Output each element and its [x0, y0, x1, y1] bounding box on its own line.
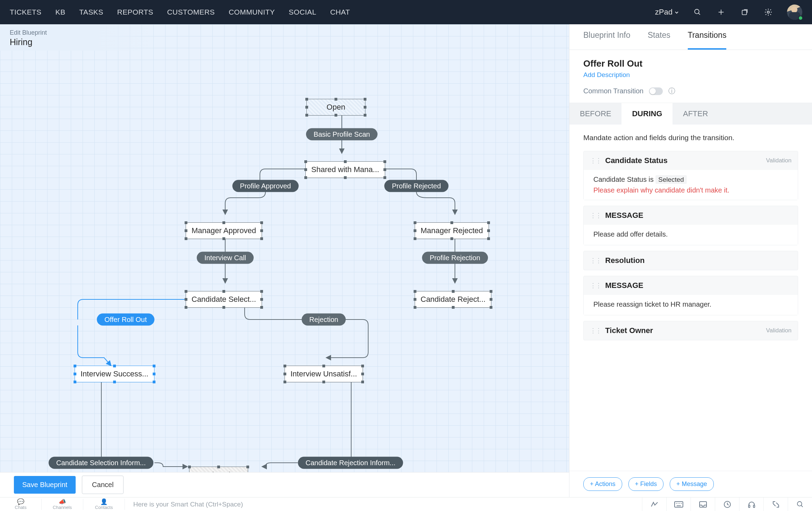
gear-icon[interactable] — [763, 7, 773, 17]
field-block[interactable]: ⋮⋮MESSAGEPlease reassign ticket to HR ma… — [583, 276, 798, 315]
phase-tab-during[interactable]: DURING — [621, 103, 673, 125]
field-title: MESSAGE — [605, 281, 792, 290]
smart-chat-input[interactable]: Here is your Smart Chat (Ctrl+Space) — [125, 501, 642, 508]
svg-point-0 — [695, 9, 699, 14]
drag-handle-icon[interactable]: ⋮⋮ — [590, 327, 601, 334]
common-transition-toggle[interactable] — [649, 87, 663, 95]
common-transition-label: Common Transition — [583, 87, 643, 95]
top-nav: TICKETSKBTASKSREPORTSCUSTOMERSCOMMUNITYS… — [0, 0, 812, 24]
footer--fieldsbutton[interactable]: + Fields — [628, 477, 664, 491]
expand-icon[interactable] — [763, 497, 788, 511]
state-node-int_unsat[interactable]: Interview Unsatisf... — [285, 366, 363, 382]
drag-handle-icon[interactable]: ⋮⋮ — [590, 157, 601, 164]
nav-item-community[interactable]: COMMUNITY — [229, 8, 275, 16]
bottom-tab-channels[interactable]: 📣Channels — [42, 499, 83, 510]
plus-icon[interactable] — [716, 7, 726, 17]
workspace-picker[interactable]: zPad — [655, 8, 679, 17]
canvas-action-bar: Save Blueprint Cancel — [0, 472, 569, 497]
panel-tab-blueprint-info[interactable]: Blueprint Info — [583, 31, 631, 50]
transition-title: Offer Roll Out — [583, 58, 798, 69]
contacts-icon: 👤 — [100, 499, 108, 505]
field-block[interactable]: ⋮⋮Ticket OwnerValidation — [583, 321, 798, 340]
state-node-cand_rej[interactable]: Candidate Reject... — [415, 291, 491, 308]
bottom-bar: 💬Chats📣Channels👤Contacts Here is your Sm… — [0, 497, 812, 511]
inbox-icon[interactable] — [691, 497, 715, 511]
add-description-link[interactable]: Add Description — [583, 71, 630, 79]
field-title: MESSAGE — [605, 211, 792, 220]
svg-rect-15 — [753, 505, 755, 508]
nav-item-reports[interactable]: REPORTS — [117, 8, 153, 16]
field-block[interactable]: ⋮⋮MESSAGEPlease add offer details. — [583, 206, 798, 245]
headset-icon[interactable] — [739, 497, 763, 511]
field-title: Resolution — [605, 256, 792, 265]
field-title: Candidate Status — [605, 156, 762, 165]
avatar[interactable] — [787, 5, 802, 20]
nav-item-chat[interactable]: CHAT — [330, 8, 350, 16]
svg-rect-4 — [742, 10, 747, 15]
svg-point-5 — [767, 11, 769, 13]
field-title: Ticket Owner — [605, 326, 762, 335]
svg-point-16 — [797, 501, 802, 506]
svg-line-1 — [699, 13, 700, 15]
phase-tab-before[interactable]: BEFORE — [569, 103, 621, 125]
footer--messagebutton[interactable]: + Message — [670, 477, 714, 491]
side-panel: Blueprint InfoStatesTransitions Offer Ro… — [569, 24, 812, 497]
popout-icon[interactable] — [740, 7, 750, 17]
transition-pill-3[interactable]: Interview Call — [197, 252, 254, 264]
phase-description: Mandate action and fields during the tra… — [583, 134, 798, 142]
bottom-tab-chats[interactable]: 💬Chats — [0, 499, 42, 510]
transition-pill-4[interactable]: Profile Rejection — [422, 252, 488, 264]
drag-handle-icon[interactable]: ⋮⋮ — [590, 212, 601, 219]
nav-item-kb[interactable]: KB — [55, 8, 65, 16]
zia-icon[interactable] — [642, 497, 666, 511]
nav-item-tickets[interactable]: TICKETS — [10, 8, 41, 16]
bottom-tab-contacts[interactable]: 👤Contacts — [83, 499, 125, 510]
search-icon[interactable] — [693, 7, 702, 17]
transition-pill-8[interactable]: Candidate Rejection Inform... — [298, 457, 403, 469]
footer--actionsbutton[interactable]: + Actions — [583, 477, 622, 491]
transition-pill-5[interactable]: Offer Roll Out — [97, 314, 154, 326]
nav-item-social[interactable]: SOCIAL — [289, 8, 316, 16]
nav-item-tasks[interactable]: TASKS — [79, 8, 103, 16]
nav-item-customers[interactable]: CUSTOMERS — [167, 8, 215, 16]
transition-pill-0[interactable]: Basic Profile Scan — [306, 128, 378, 140]
transition-pill-7[interactable]: Candidate Selection Inform... — [49, 457, 153, 469]
phase-tab-after[interactable]: AFTER — [673, 103, 718, 125]
presence-indicator — [798, 16, 803, 20]
validation-tag: Validation — [766, 157, 792, 164]
transition-pill-6[interactable]: Rejection — [302, 314, 346, 326]
state-node-mgr_app[interactable]: Manager Approved — [186, 222, 262, 239]
validation-tag: Validation — [766, 327, 792, 334]
info-icon[interactable]: ⓘ — [668, 86, 675, 96]
panel-tab-states[interactable]: States — [648, 31, 670, 50]
state-node-mgr_rej[interactable]: Manager Rejected — [415, 222, 489, 239]
svg-rect-14 — [748, 505, 750, 508]
cancel-button[interactable]: Cancel — [82, 476, 124, 494]
panel-tab-transitions[interactable]: Transitions — [688, 31, 727, 50]
breadcrumb-label: Edit Blueprint — [10, 29, 146, 36]
page-title: Hiring — [10, 37, 146, 47]
save-button[interactable]: Save Blueprint — [14, 476, 76, 494]
blueprint-canvas-area: OpenShared with Mana...Manager ApprovedM… — [0, 24, 569, 497]
transition-pill-1[interactable]: Profile Approved — [232, 180, 299, 192]
state-node-cand_sel[interactable]: Candidate Select... — [186, 291, 262, 308]
field-error: Please explain why candidate didn't make… — [593, 186, 788, 194]
state-node-int_succ[interactable]: Interview Success... — [75, 366, 154, 382]
clock-icon[interactable] — [715, 497, 739, 511]
state-node-open[interactable]: Open — [306, 99, 365, 116]
channels-icon: 📣 — [59, 499, 66, 505]
field-block[interactable]: ⋮⋮Candidate StatusValidationCandidate St… — [583, 151, 798, 200]
transition-pill-2[interactable]: Profile Rejected — [384, 180, 448, 192]
svg-line-17 — [801, 505, 803, 507]
breadcrumb: Edit Blueprint Hiring — [0, 24, 156, 51]
blueprint-canvas[interactable]: OpenShared with Mana...Manager ApprovedM… — [0, 24, 569, 497]
field-block[interactable]: ⋮⋮Resolution — [583, 251, 798, 270]
state-node-shared[interactable]: Shared with Mana... — [305, 161, 385, 178]
svg-rect-6 — [675, 502, 683, 507]
search-footer-icon[interactable] — [788, 497, 812, 511]
chats-icon: 💬 — [17, 499, 24, 505]
drag-handle-icon[interactable]: ⋮⋮ — [590, 282, 601, 289]
drag-handle-icon[interactable]: ⋮⋮ — [590, 257, 601, 264]
keyboard-icon[interactable] — [666, 497, 691, 511]
chevron-down-icon — [675, 8, 679, 17]
